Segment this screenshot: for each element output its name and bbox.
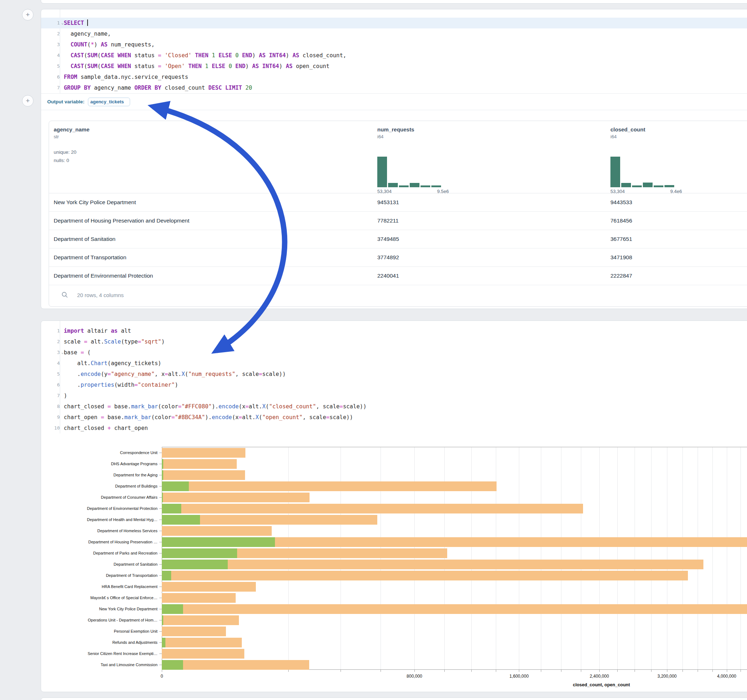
- add-cell-button-middle[interactable]: +: [22, 95, 33, 107]
- add-cell-button-top[interactable]: +: [22, 9, 33, 21]
- y-axis-category-label: Refunds and Adjustments: [112, 640, 157, 645]
- bar-closed-count: [162, 470, 245, 480]
- fold-chevron-icon[interactable]: ⌄: [61, 347, 64, 358]
- fold-chevron-icon[interactable]: ⌄: [61, 18, 64, 29]
- y-axis-tick: [159, 643, 162, 643]
- y-axis-tick: [159, 464, 162, 464]
- python-cell: 1import altair as alt2scale = alt.Scale(…: [41, 320, 747, 692]
- y-axis-category-label: Personal Exemption Unit: [114, 628, 157, 634]
- code-text: agency_name,: [64, 29, 111, 39]
- code-line[interactable]: 3⌄base = (: [41, 347, 747, 358]
- python-code-editor[interactable]: 1import altair as alt2scale = alt.Scale(…: [41, 321, 747, 433]
- table-cell: New York City Police Department: [54, 193, 136, 211]
- bar-open-count: [162, 548, 237, 558]
- table-row[interactable]: Department of Sanitation37494853677651: [49, 230, 747, 249]
- x-axis-tick: [635, 669, 635, 672]
- bar-closed-count: [162, 493, 310, 502]
- line-number: 1: [41, 18, 60, 29]
- dataframe-body: New York City Police Department945313194…: [49, 193, 747, 285]
- gridline: [414, 447, 415, 669]
- code-text: .properties(width="container"): [64, 380, 178, 390]
- code-line[interactable]: 5 .encode(y="agency_name", x=alt.X("num_…: [41, 369, 747, 380]
- x-axis-tick: [496, 669, 496, 672]
- code-text: import altair as alt: [64, 326, 131, 336]
- x-axis-tick-label: 800,000: [407, 674, 422, 679]
- x-axis-tick: [741, 669, 741, 672]
- column-header-num_requests[interactable]: num_requestsi6453,3049.5e6: [377, 121, 414, 193]
- y-axis-category-label: Department of Consumer Affairs: [101, 494, 157, 500]
- bar-open-count: [162, 560, 228, 569]
- code-line[interactable]: 8chart_closed = base.mark_bar(color="#FF…: [41, 401, 747, 412]
- gridline: [541, 447, 541, 669]
- code-line[interactable]: 4 CAST(SUM(CASE WHEN status = 'Closed' T…: [41, 50, 747, 61]
- code-line[interactable]: 7): [41, 390, 747, 401]
- table-cell: 2240041: [377, 267, 399, 285]
- output-variable-label: Output variable:: [47, 99, 85, 104]
- dataframe-footer: 20 rows, 4 columns: [49, 284, 747, 306]
- gridline: [667, 447, 667, 669]
- code-line[interactable]: 1⌄SELECT: [41, 18, 747, 29]
- bar-closed-count: [162, 448, 245, 458]
- y-axis-tick: [159, 475, 162, 475]
- y-axis-tick: [159, 665, 162, 665]
- code-text: chart_open = base.mark_bar(color="#8BC34…: [64, 412, 353, 423]
- y-axis-tick: [159, 553, 162, 554]
- x-axis-tick: [667, 669, 667, 672]
- gridline: [741, 447, 741, 669]
- gridline: [519, 447, 519, 669]
- code-line[interactable]: 1import altair as alt: [41, 326, 747, 336]
- code-line[interactable]: 9chart_open = base.mark_bar(color="#8BC3…: [41, 412, 747, 423]
- line-number: 6: [41, 380, 60, 390]
- column-header-closed_count[interactable]: closed_counti6453,3049.4e6: [611, 121, 646, 193]
- y-axis-tick: [159, 453, 162, 453]
- altair-chart: agency_name Correspondence UnitDHS Advan…: [41, 443, 747, 692]
- bar-open-count: [162, 604, 183, 614]
- table-row[interactable]: Department of Environmental Protection22…: [49, 267, 747, 285]
- bar-open-count: [162, 660, 183, 670]
- y-axis-category-label: Department of Parks and Recreation: [93, 550, 157, 556]
- column-header-agency_name[interactable]: agency_namestrunique: 20nulls: 0: [54, 121, 89, 193]
- bar-closed-count: [162, 481, 496, 491]
- bar-closed-count: [162, 459, 237, 469]
- gridline: [561, 447, 561, 669]
- sql-code-editor[interactable]: 1⌄SELECT 2 agency_name,3 COUNT(*) AS num…: [41, 9, 747, 93]
- y-axis-category-label: Taxi and Limousine Commission: [101, 662, 157, 668]
- code-line[interactable]: 10chart_closed + chart_open: [41, 423, 747, 433]
- y-axis-category-label: Department of Transportation: [106, 573, 157, 578]
- gridline: [712, 447, 713, 669]
- y-axis-category-label: Department of Environmental Protection: [87, 505, 157, 511]
- search-icon[interactable]: [61, 291, 68, 299]
- x-axis-tick: [414, 669, 415, 672]
- gridline: [581, 447, 581, 669]
- code-line[interactable]: 2scale = alt.Scale(type="sqrt"): [41, 336, 747, 347]
- table-row[interactable]: Department of Transportation377489234719…: [49, 249, 747, 267]
- code-line[interactable]: 2 agency_name,: [41, 29, 747, 39]
- bar-open-count: [162, 470, 163, 480]
- code-line[interactable]: 3 COUNT(*) AS num_requests,: [41, 39, 747, 50]
- code-line[interactable]: 7GROUP BY agency_name ORDER BY closed_co…: [41, 83, 747, 93]
- y-axis-tick: [159, 486, 162, 486]
- bar-open-count: [162, 493, 163, 502]
- x-axis-tick: [288, 669, 289, 672]
- table-row[interactable]: New York City Police Department945313194…: [49, 193, 747, 212]
- code-line[interactable]: 6FROM sample_data.nyc.service_requests: [41, 72, 747, 83]
- x-axis-tick-label: 4,000,000: [717, 674, 736, 679]
- y-axis-tick: [159, 575, 162, 576]
- code-line[interactable]: 5 CAST(SUM(CASE WHEN status = 'Open' THE…: [41, 61, 747, 72]
- x-axis-tick: [561, 669, 561, 672]
- code-line[interactable]: 6 .properties(width="container"): [41, 380, 747, 390]
- bar-closed-count: [162, 571, 688, 581]
- gridline: [635, 447, 635, 669]
- code-text: alt.Chart(agency_tickets): [64, 358, 162, 369]
- x-axis-tick: [617, 669, 618, 672]
- gridline: [381, 447, 381, 669]
- table-row[interactable]: Department of Housing Preservation and D…: [49, 212, 747, 230]
- cell-divider: [41, 110, 747, 110]
- bar-open-count: [162, 537, 275, 547]
- table-cell: Department of Environmental Protection: [54, 267, 153, 285]
- bar-open-count: [162, 638, 165, 647]
- y-axis-tick: [159, 631, 162, 632]
- code-line[interactable]: 4 alt.Chart(agency_tickets): [41, 358, 747, 369]
- output-variable-pill[interactable]: agency_tickets: [88, 98, 130, 106]
- bar-closed-count: [162, 560, 703, 569]
